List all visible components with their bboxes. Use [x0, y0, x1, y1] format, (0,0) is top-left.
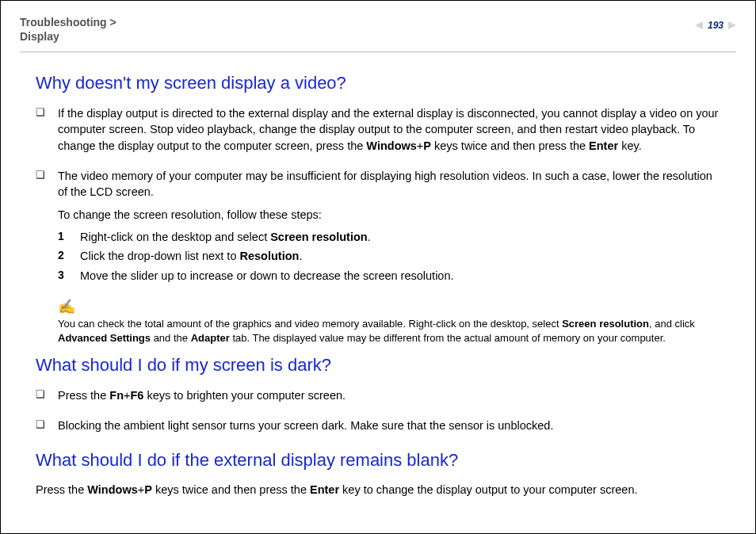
key-windows: Windows	[366, 139, 417, 152]
text: Right-click on the desktop and select	[80, 231, 270, 243]
paragraph: Press the Fn+F6 keys to brighten your co…	[58, 387, 720, 403]
step-text: Move the slider up to increase or down t…	[80, 268, 720, 284]
key-fn: Fn	[109, 389, 124, 402]
bullet-body: If the display output is directed to the…	[58, 105, 720, 160]
paragraph: Press the Windows+P keys twice and then …	[36, 482, 720, 498]
text: tab. The displayed value may be differen…	[230, 332, 666, 344]
paragraph: The video memory of your computer may be…	[58, 168, 720, 200]
text: +	[138, 483, 144, 496]
bullet-body: Blocking the ambient light sensor turns …	[58, 418, 720, 440]
text: keys twice and then press the	[431, 139, 589, 152]
section-dark-screen: What should I do if my screen is dark? P…	[36, 353, 720, 440]
note-icon: ✍	[58, 299, 720, 314]
content: Why doesn't my screen display a video? I…	[20, 52, 736, 498]
key-enter: Enter	[589, 139, 618, 152]
bold-text: Resolution	[239, 250, 299, 262]
bullet-icon	[36, 418, 58, 440]
text: and the	[151, 332, 191, 344]
bold-text: Screen resolution	[562, 318, 649, 330]
bullet-body: Press the Fn+F6 keys to brighten your co…	[58, 387, 720, 410]
step-3: 3 Move the slider up to increase or down…	[58, 268, 720, 284]
paragraph: To change the screen resolution, follow …	[58, 207, 720, 223]
bullet-icon	[36, 105, 58, 160]
text: keys to brighten your computer screen.	[143, 389, 346, 402]
text: Press the	[58, 389, 109, 402]
key-p: P	[423, 139, 431, 152]
key-f6: F6	[130, 389, 143, 402]
step-number: 1	[58, 229, 80, 245]
text: .	[368, 231, 371, 243]
text: key to change the display output to your…	[339, 483, 637, 496]
note-text: You can check the total amount of the gr…	[58, 317, 720, 345]
step-text: Click the drop-down list next to Resolut…	[80, 248, 720, 264]
step-2: 2 Click the drop-down list next to Resol…	[58, 248, 720, 264]
bullet-icon	[36, 168, 58, 292]
bullet-item: Blocking the ambient light sensor turns …	[36, 418, 720, 440]
bullet-item: The video memory of your computer may be…	[36, 168, 720, 292]
heading-external-blank: What should I do if the external display…	[36, 448, 720, 473]
text: keys twice and then press the	[152, 483, 310, 496]
heading-video: Why doesn't my screen display a video?	[36, 71, 720, 96]
note-block: ✍ You can check the total amount of the …	[58, 299, 720, 345]
breadcrumb: Troubleshooting > Display	[20, 15, 116, 44]
text: , and click	[649, 318, 695, 330]
text: .	[299, 250, 302, 262]
arrow-left-icon[interactable]	[695, 21, 703, 29]
text: Press the	[36, 483, 87, 496]
paragraph: If the display output is directed to the…	[58, 105, 720, 154]
page-number-value: 193	[708, 20, 724, 31]
key-enter: Enter	[310, 483, 339, 496]
step-text: Right-click on the desktop and select Sc…	[80, 229, 720, 245]
bold-text: Screen resolution	[270, 231, 367, 243]
key-p: P	[144, 483, 152, 496]
key-windows: Windows	[87, 483, 138, 496]
section-external-blank: What should I do if the external display…	[36, 448, 720, 498]
paragraph: Blocking the ambient light sensor turns …	[58, 418, 720, 433]
breadcrumb-sep: >	[107, 16, 116, 29]
text: key.	[618, 139, 642, 152]
section-video: Why doesn't my screen display a video? I…	[36, 71, 720, 345]
bullet-icon	[36, 387, 58, 410]
step-number: 3	[58, 268, 80, 284]
breadcrumb-section: Troubleshooting	[20, 16, 107, 29]
text: Click the drop-down list next to	[80, 250, 239, 262]
step-1: 1 Right-click on the desktop and select …	[58, 229, 720, 245]
bullet-item: Press the Fn+F6 keys to brighten your co…	[36, 387, 720, 410]
bold-text: Advanced Settings	[58, 332, 151, 344]
bold-text: Adapter	[191, 332, 230, 344]
heading-dark-screen: What should I do if my screen is dark?	[36, 353, 720, 378]
page: Troubleshooting > Display 193 Why doesn'…	[1, 1, 755, 498]
arrow-right-icon[interactable]	[728, 21, 736, 29]
page-header: Troubleshooting > Display 193	[20, 15, 736, 44]
bullet-item: If the display output is directed to the…	[36, 105, 720, 160]
step-number: 2	[58, 248, 80, 264]
steps-list: 1 Right-click on the desktop and select …	[58, 229, 720, 284]
page-number: 193	[695, 20, 736, 31]
bullet-body: The video memory of your computer may be…	[58, 168, 720, 292]
text: You can check the total amount of the gr…	[58, 318, 562, 330]
breadcrumb-page: Display	[20, 30, 59, 43]
